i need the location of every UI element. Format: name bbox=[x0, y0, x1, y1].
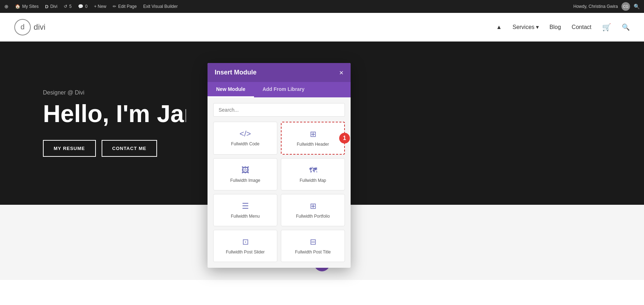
map-icon: 🗺 bbox=[309, 166, 317, 175]
module-post-title-label: Fullwidth Post Title bbox=[295, 250, 331, 255]
nav-blog[interactable]: Blog bbox=[550, 24, 561, 30]
nav-contact[interactable]: Contact bbox=[572, 24, 591, 30]
badge-1: 1 bbox=[339, 133, 350, 144]
hero-buttons: MY RESUME CONTACT ME bbox=[43, 140, 186, 157]
module-grid: </> Fullwidth Code ⊞ Fullwidth Header 1 bbox=[213, 122, 345, 262]
new-label: + New bbox=[94, 4, 106, 9]
nav-triangle[interactable]: ▲ bbox=[496, 24, 502, 30]
triangle-icon: ▲ bbox=[496, 24, 502, 30]
module-fullwidth-menu[interactable]: ☰ Fullwidth Menu bbox=[213, 194, 277, 226]
code-icon: </> bbox=[240, 129, 251, 139]
logo-name: divi bbox=[34, 23, 45, 32]
blog-label: Blog bbox=[550, 24, 561, 30]
module-fullwidth-header[interactable]: ⊞ Fullwidth Header bbox=[281, 122, 345, 155]
edit-page-label: Edit Page bbox=[118, 4, 137, 9]
logo-letter: d bbox=[20, 23, 24, 31]
badge-label: 1 bbox=[343, 135, 346, 141]
module-fullwidth-image[interactable]: 🖼 Fullwidth Image bbox=[213, 158, 277, 190]
hero-section: Designer @ Divi Hello, I'm Jar MY RESUME… bbox=[0, 42, 644, 205]
tab-new-module[interactable]: New Module bbox=[208, 82, 254, 97]
close-button[interactable]: × bbox=[339, 69, 343, 76]
tab-add-library[interactable]: Add From Library bbox=[254, 82, 313, 97]
edit-icon: ✏ bbox=[113, 4, 116, 9]
menu-icon: ☰ bbox=[242, 202, 249, 211]
comments-item[interactable]: 💬 0 bbox=[78, 4, 88, 9]
search-input[interactable] bbox=[213, 103, 345, 117]
search-icon[interactable]: 🔍 bbox=[634, 4, 640, 9]
divi-label: Divi bbox=[50, 4, 57, 9]
comments-count: 0 bbox=[85, 4, 88, 9]
wp-logo-item[interactable]: ⊕ bbox=[4, 4, 9, 9]
modal-title: Insert Module bbox=[215, 69, 257, 76]
updates-icon: ↺ bbox=[64, 4, 67, 9]
module-fullwidth-portfolio[interactable]: ⊞ Fullwidth Portfolio bbox=[281, 194, 345, 226]
my-sites-label: My Sites bbox=[22, 4, 39, 9]
exit-vb-label: Exit Visual Builder bbox=[143, 4, 178, 9]
services-label: Services bbox=[512, 24, 534, 30]
avatar-initials: CG bbox=[623, 5, 629, 9]
divi-icon: D bbox=[45, 4, 48, 9]
post-title-icon: ⊟ bbox=[310, 237, 316, 247]
wp-icon: ⊕ bbox=[4, 4, 9, 9]
new-item[interactable]: + New bbox=[94, 4, 106, 9]
contact-button[interactable]: CONTACT ME bbox=[102, 140, 157, 157]
logo-circle: d bbox=[14, 19, 31, 35]
my-sites-icon: 🏠 bbox=[15, 4, 20, 9]
divi-item[interactable]: D Divi bbox=[45, 4, 57, 9]
site-logo[interactable]: d divi bbox=[14, 19, 45, 35]
header-icon: ⊞ bbox=[310, 130, 316, 139]
cart-icon[interactable]: 🛒 bbox=[602, 23, 611, 32]
comments-icon: 💬 bbox=[78, 4, 83, 9]
modal-header: Insert Module × bbox=[208, 63, 351, 82]
nav-services[interactable]: Services ▾ bbox=[512, 24, 538, 30]
module-header-label: Fullwidth Header bbox=[297, 142, 329, 147]
insert-module-modal: Insert Module × New Module Add From Libr… bbox=[208, 63, 351, 268]
module-header-wrapper: ⊞ Fullwidth Header 1 bbox=[281, 122, 345, 155]
admin-greeting: Howdy, Christina Gwira bbox=[574, 4, 618, 9]
hero-subtitle: Designer @ Divi bbox=[43, 89, 186, 96]
updates-count: 5 bbox=[69, 4, 72, 9]
module-portfolio-label: Fullwidth Portfolio bbox=[296, 214, 330, 219]
exit-vb-item[interactable]: Exit Visual Builder bbox=[143, 4, 178, 9]
module-menu-label: Fullwidth Menu bbox=[231, 214, 260, 219]
resume-button[interactable]: MY RESUME bbox=[43, 140, 96, 157]
contact-label: Contact bbox=[572, 24, 591, 30]
site-header: d divi ▲ Services ▾ Blog Contact 🛒 🔍 bbox=[0, 13, 644, 42]
module-fullwidth-post-slider[interactable]: ⊡ Fullwidth Post Slider bbox=[213, 230, 277, 262]
image-icon: 🖼 bbox=[241, 166, 249, 175]
admin-bar: ⊕ 🏠 My Sites D Divi ↺ 5 💬 0 + New ✏ Edit… bbox=[0, 0, 644, 13]
modal-body: </> Fullwidth Code ⊞ Fullwidth Header 1 bbox=[208, 97, 351, 268]
hero-title: Hello, I'm Jar bbox=[43, 100, 186, 127]
header-search-icon[interactable]: 🔍 bbox=[622, 23, 630, 31]
avatar[interactable]: CG bbox=[621, 2, 630, 11]
module-fullwidth-code[interactable]: </> Fullwidth Code bbox=[213, 122, 277, 155]
module-image-label: Fullwidth Image bbox=[230, 178, 260, 183]
updates-item[interactable]: ↺ 5 bbox=[64, 4, 72, 9]
post-slider-icon: ⊡ bbox=[242, 237, 249, 247]
site-nav: ▲ Services ▾ Blog Contact 🛒 🔍 bbox=[496, 23, 630, 32]
chevron-down-icon: ▾ bbox=[536, 24, 539, 30]
portfolio-icon: ⊞ bbox=[310, 202, 316, 211]
module-fullwidth-post-title[interactable]: ⊟ Fullwidth Post Title bbox=[281, 230, 345, 262]
module-fullwidth-map[interactable]: 🗺 Fullwidth Map bbox=[281, 158, 345, 190]
module-code-label: Fullwidth Code bbox=[231, 141, 259, 146]
module-map-label: Fullwidth Map bbox=[299, 178, 326, 183]
admin-bar-right: Howdy, Christina Gwira CG 🔍 bbox=[574, 2, 640, 11]
edit-page-item[interactable]: ✏ Edit Page bbox=[113, 4, 137, 9]
my-sites-item[interactable]: 🏠 My Sites bbox=[15, 4, 39, 9]
modal-tabs: New Module Add From Library bbox=[208, 82, 351, 97]
hero-left: Designer @ Divi Hello, I'm Jar MY RESUME… bbox=[0, 68, 208, 178]
module-post-slider-label: Fullwidth Post Slider bbox=[226, 250, 265, 255]
